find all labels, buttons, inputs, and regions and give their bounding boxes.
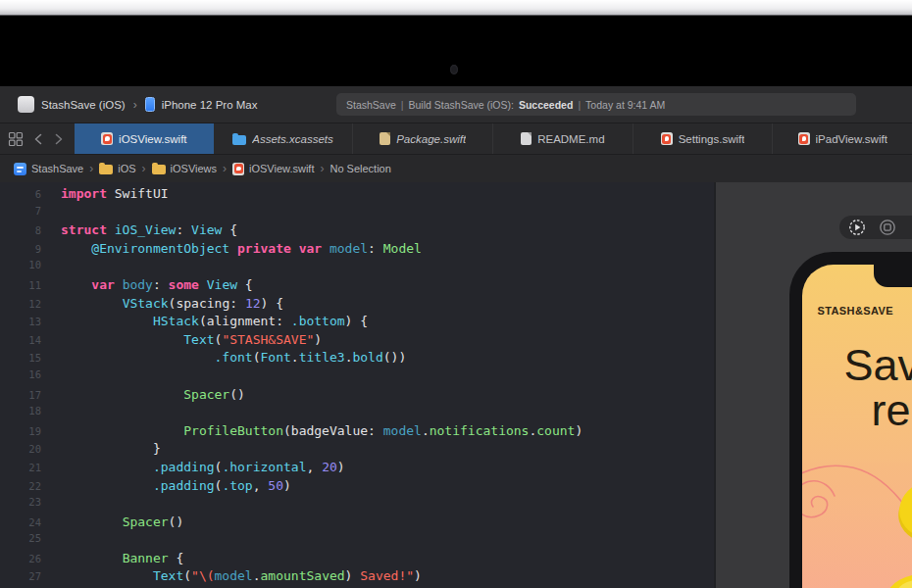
code-editor[interactable]: 6import SwiftUI78struct iOS_View: View {…	[0, 182, 714, 588]
line-number: 17	[0, 389, 41, 401]
build-status-bar[interactable]: StashSave | Build StashSave (iOS): Succe…	[336, 93, 856, 116]
status-time: Today at 9:41 AM	[585, 99, 665, 111]
status-build: Build StashSave (iOS):	[409, 99, 514, 111]
code-line[interactable]: 20 }	[0, 441, 714, 460]
project-icon	[14, 163, 26, 175]
status-project: StashSave	[346, 99, 396, 111]
line-number: 20	[0, 443, 41, 455]
code-line[interactable]: 14 Text("STASH&SAVE")	[0, 332, 714, 351]
video-player-chrome	[0, 0, 912, 16]
navigate-back-icon[interactable]	[32, 132, 44, 146]
line-number: 9	[0, 243, 41, 255]
breadcrumb-item-iosviews[interactable]: iOSViews	[152, 163, 217, 174]
code-text: Spacer()	[61, 387, 245, 402]
line-number: 10	[0, 259, 41, 270]
breadcrumb: StashSave›iOS›iOSViews›iOSView.swift›No …	[0, 155, 912, 183]
code-line[interactable]: 24 Spacer()	[0, 514, 714, 533]
code-line[interactable]: 22 .padding(.top, 50)	[0, 478, 714, 497]
preview-controls	[839, 216, 912, 239]
line-number: 24	[0, 516, 41, 528]
breadcrumb-item-no-selection[interactable]: No Selection	[329, 163, 390, 174]
swift-file-icon	[232, 163, 244, 175]
code-line[interactable]: 26 Banner {	[0, 551, 714, 569]
breadcrumb-chevron-icon: ›	[142, 162, 146, 175]
tab-readme-md[interactable]: README.md	[492, 123, 633, 154]
tab-iosview-swift[interactable]: iOSView.swift	[75, 123, 214, 154]
tab-label: Package.swift	[396, 133, 466, 145]
code-text: Text("STASH&SAVE")	[61, 332, 322, 347]
code-line[interactable]: 23	[0, 496, 714, 514]
assets-folder-icon	[232, 135, 246, 145]
code-text: .padding(.top, 50)	[61, 478, 291, 493]
related-items-icon[interactable]	[8, 131, 24, 147]
live-preview-icon[interactable]	[848, 219, 866, 236]
line-number: 13	[0, 316, 41, 327]
code-line[interactable]: 6import SwiftUI	[0, 186, 714, 205]
coins-illustration	[876, 470, 912, 588]
line-number: 19	[0, 425, 41, 437]
code-line[interactable]: 7	[0, 205, 714, 223]
code-line[interactable]: 9 @EnvironmentObject private var model: …	[0, 241, 714, 260]
app-brand-label: STASH&SAVE	[817, 305, 893, 317]
status-divider: |	[401, 99, 404, 111]
code-line[interactable]: 17 Spacer()	[0, 387, 714, 406]
line-number: 26	[0, 553, 41, 564]
breadcrumb-item-stashsave[interactable]: StashSave	[14, 163, 83, 175]
code-line[interactable]: 11 var body: some View {	[0, 277, 714, 296]
breadcrumb-label: iOSViews	[171, 163, 217, 174]
folder-icon	[152, 165, 166, 174]
preview-canvas: STASH&SAVE Sav re	[714, 182, 912, 588]
device-preview-icon[interactable]	[879, 219, 896, 236]
tab-assets-xcassets[interactable]: Assets.xcassets	[214, 123, 353, 154]
breadcrumb-item-iosview-swift[interactable]: iOSView.swift	[232, 163, 314, 175]
line-number: 25	[0, 532, 41, 544]
code-text: .font(Font.title3.bold())	[61, 350, 406, 365]
iphone-notch	[874, 265, 912, 287]
code-text: Spacer()	[61, 514, 183, 529]
tab-ipadview-swift[interactable]: iPadView.swift	[772, 123, 912, 154]
device-selector[interactable]: iPhone 12 Pro Max	[162, 99, 258, 111]
webcam-icon	[450, 65, 458, 74]
swift-file-icon	[101, 132, 113, 145]
code-text: Text("\(model.amountSaved) Saved!")	[61, 568, 422, 583]
code-line[interactable]: 13 HStack(alignment: .bottom) {	[0, 314, 714, 332]
code-text: VStack(spacing: 12) {	[61, 296, 283, 311]
code-text: }	[61, 441, 161, 456]
code-line[interactable]: 25	[0, 532, 714, 551]
code-text: ProfileButton(badgeValue: model.notifica…	[61, 423, 583, 438]
code-line[interactable]: 15 .font(Font.title3.bold())	[0, 350, 714, 368]
line-number: 12	[0, 298, 41, 310]
breadcrumb-label: StashSave	[31, 163, 83, 174]
code-line[interactable]: 10	[0, 259, 714, 277]
code-line[interactable]: 19 ProfileButton(badgeValue: model.notif…	[0, 423, 714, 442]
tab-label: Settings.swift	[679, 133, 745, 145]
code-line[interactable]: 12 VStack(spacing: 12) {	[0, 296, 714, 315]
breadcrumb-chevron-icon: ›	[89, 162, 93, 175]
line-number: 27	[0, 570, 41, 582]
line-number: 18	[0, 405, 41, 416]
code-text: Banner {	[61, 551, 183, 565]
status-divider: |	[578, 99, 581, 111]
tab-settings-swift[interactable]: Settings.swift	[633, 123, 773, 154]
folder-icon	[99, 165, 113, 174]
tab-label: README.md	[537, 133, 604, 145]
iphone-preview: STASH&SAVE Sav re	[789, 252, 912, 588]
line-number: 22	[0, 480, 41, 492]
code-line[interactable]: 18	[0, 405, 714, 423]
scheme-selector[interactable]: StashSave (iOS)	[41, 99, 126, 111]
tab-bar-tabs: iOSView.swiftAssets.xcassetsPackage.swif…	[75, 123, 912, 154]
breadcrumb-chevron-icon: ›	[223, 162, 227, 175]
code-line[interactable]: 27 Text("\(model.amountSaved) Saved!")	[0, 568, 714, 587]
iphone-screen: STASH&SAVE Sav re	[802, 265, 912, 588]
tab-package-swift[interactable]: Package.swift	[352, 123, 492, 154]
package-file-icon	[380, 132, 390, 145]
code-line[interactable]: 21 .padding(.horizontal, 20)	[0, 460, 714, 478]
line-number: 14	[0, 334, 41, 346]
line-number: 7	[0, 205, 41, 217]
code-line[interactable]: 8struct iOS_View: View {	[0, 222, 714, 241]
swift-file-icon	[661, 132, 673, 145]
breadcrumb-label: iOSView.swift	[249, 163, 314, 174]
code-line[interactable]: 16	[0, 368, 714, 387]
breadcrumb-item-ios[interactable]: iOS	[99, 163, 135, 174]
navigate-forward-icon[interactable]	[53, 132, 65, 146]
